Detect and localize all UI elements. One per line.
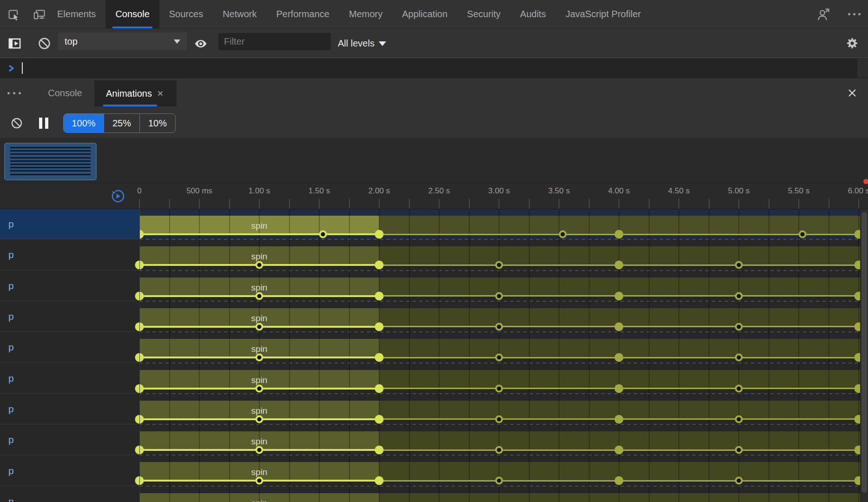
remote-devices-icon[interactable]	[815, 7, 831, 22]
drawer-tab-console[interactable]: Console	[39, 78, 91, 108]
keyframe-dot-filled[interactable]	[615, 230, 624, 239]
keyframe-dot-open[interactable]	[495, 354, 503, 362]
keyframe-dot-filled[interactable]	[855, 230, 861, 239]
tab-javascript-profiler[interactable]: JavaScript Profiler	[556, 0, 651, 28]
keyframe-dot-filled[interactable]	[375, 291, 384, 300]
keyframe-dot-filled[interactable]	[615, 322, 624, 331]
more-options-icon[interactable]	[848, 13, 861, 15]
execution-context-selector[interactable]: top	[58, 33, 187, 50]
keyframe-dot-filled[interactable]	[375, 415, 384, 423]
keyframe-dot-open[interactable]	[495, 261, 503, 269]
keyframe-dot-open[interactable]	[735, 261, 743, 269]
filter-input[interactable]: Filter	[218, 33, 331, 50]
keyframe-dot-open[interactable]	[735, 446, 743, 454]
tab-performance[interactable]: Performance	[267, 0, 340, 28]
keyframe-dot-filled[interactable]	[375, 261, 384, 270]
keyframe-dot-open[interactable]	[256, 292, 263, 300]
keyframe-dot-filled[interactable]	[855, 384, 861, 393]
drawer-tab-animations[interactable]: Animations	[94, 80, 177, 106]
vertical-scrollbar[interactable]	[860, 209, 868, 502]
clear-animations-icon[interactable]	[11, 118, 22, 129]
keyframe-dot-filled[interactable]	[615, 446, 624, 455]
keyframe-dot-open[interactable]	[735, 323, 743, 330]
keyframe-dot-filled[interactable]	[855, 322, 861, 331]
close-tab-icon[interactable]	[157, 90, 164, 97]
row-node-label[interactable]: p	[0, 425, 139, 455]
keyframe-dot-open[interactable]	[735, 477, 743, 485]
more-tools-icon[interactable]	[7, 92, 21, 94]
keyframe-dot-filled[interactable]	[375, 322, 384, 331]
keyframe-dot-filled[interactable]	[615, 261, 624, 270]
row-node-label[interactable]: p	[0, 209, 139, 239]
keyframe-dot-filled[interactable]	[615, 291, 624, 300]
console-sidebar-toggle-icon[interactable]	[7, 36, 22, 51]
keyframe-dot-filled[interactable]	[855, 353, 861, 362]
tab-sources[interactable]: Sources	[159, 0, 213, 28]
keyframe-dot-open[interactable]	[256, 261, 263, 269]
keyframe-dot-filled[interactable]	[855, 446, 861, 455]
tab-elements[interactable]: Elements	[47, 0, 105, 28]
settings-gear-icon[interactable]	[845, 36, 859, 50]
pause-all-icon[interactable]	[39, 118, 48, 129]
speed-100pct-button[interactable]: 100%	[64, 114, 104, 132]
keyframe-dot-open[interactable]	[256, 384, 263, 392]
device-toolbar-icon[interactable]	[33, 7, 46, 21]
keyframe-dot-open[interactable]	[256, 354, 263, 362]
row-node-label[interactable]: p	[0, 271, 139, 301]
row-node-label[interactable]: p	[0, 240, 139, 270]
speed-10pct-button[interactable]: 10%	[140, 114, 175, 132]
keyframe-dot-open[interactable]	[495, 323, 503, 330]
keyframe-dot-open[interactable]	[495, 292, 503, 300]
keyframe-dot-open[interactable]	[798, 231, 806, 238]
keyframe-dot-open[interactable]	[735, 292, 743, 300]
row-node-label[interactable]: p	[0, 456, 139, 486]
keyframe-dot-open[interactable]	[559, 231, 566, 238]
close-drawer-icon[interactable]	[847, 87, 858, 99]
keyframe-dot-filled[interactable]	[375, 384, 384, 393]
log-levels-dropdown[interactable]: All levels	[338, 29, 386, 58]
clear-console-icon[interactable]	[38, 37, 51, 50]
keyframe-dot-open[interactable]	[735, 384, 743, 392]
row-node-label[interactable]: p	[0, 487, 139, 502]
keyframe-dot-open[interactable]	[495, 415, 503, 423]
row-node-label[interactable]: p	[0, 394, 139, 424]
live-expression-eye-icon[interactable]	[194, 37, 208, 51]
row-node-label[interactable]: p	[0, 332, 139, 363]
keyframe-dot-filled[interactable]	[375, 476, 384, 485]
tab-security[interactable]: Security	[457, 0, 510, 28]
row-node-label[interactable]: p	[0, 302, 139, 332]
keyframe-dot-open[interactable]	[495, 384, 503, 392]
tab-memory[interactable]: Memory	[339, 0, 392, 28]
speed-25pct-button[interactable]: 25%	[104, 114, 140, 132]
keyframe-dot-filled[interactable]	[855, 415, 861, 423]
keyframe-dot-filled[interactable]	[375, 446, 384, 455]
tab-console[interactable]: Console	[105, 0, 159, 28]
keyframe-dot-open[interactable]	[319, 231, 327, 238]
tab-audits[interactable]: Audits	[510, 0, 556, 28]
keyframe-dot-open[interactable]	[495, 477, 503, 485]
replay-timeline-icon[interactable]	[111, 189, 125, 203]
keyframe-dot-open[interactable]	[256, 446, 263, 454]
tab-application[interactable]: Application	[392, 0, 457, 28]
keyframe-dot-open[interactable]	[735, 415, 743, 423]
scrollbar-thumb[interactable]	[861, 212, 867, 493]
keyframe-dot-filled[interactable]	[615, 353, 624, 362]
keyframe-dot-open[interactable]	[256, 477, 263, 485]
animation-preview-thumbnail[interactable]	[4, 143, 97, 180]
keyframe-dot-filled[interactable]	[375, 353, 384, 362]
keyframe-dot-filled[interactable]	[855, 476, 861, 485]
keyframe-dot-filled[interactable]	[615, 476, 624, 485]
console-prompt[interactable]	[0, 58, 868, 78]
keyframe-dot-open[interactable]	[256, 415, 263, 423]
keyframe-dot-open[interactable]	[256, 323, 263, 330]
row-node-label[interactable]: p	[0, 363, 139, 394]
keyframe-dot-open[interactable]	[735, 354, 743, 362]
keyframe-dot-filled[interactable]	[855, 261, 861, 270]
keyframe-dot-filled[interactable]	[615, 415, 624, 423]
keyframe-dot-filled[interactable]	[855, 291, 861, 300]
keyframe-dot-filled[interactable]	[375, 230, 384, 239]
console-scroll-gutter[interactable]	[858, 59, 868, 78]
keyframe-dot-filled[interactable]	[615, 384, 624, 393]
tab-network[interactable]: Network	[213, 0, 266, 28]
inspect-element-icon[interactable]	[7, 7, 20, 21]
